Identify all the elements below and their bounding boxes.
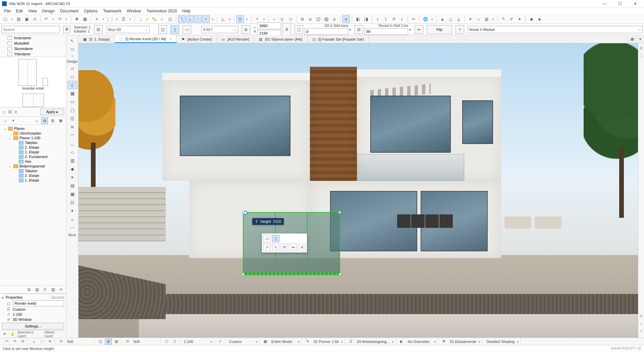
door-preview-alt-icon[interactable] xyxy=(22,94,44,107)
search-input[interactable] xyxy=(1,26,60,33)
link-dims-button[interactable]: ⇵ xyxy=(282,23,291,36)
menu-help[interactable]: Help xyxy=(179,9,193,13)
mesh-tool-icon[interactable]: ▩ xyxy=(68,190,77,198)
dropdown-icon[interactable]: ▾ xyxy=(145,18,150,21)
tab-layout-a10[interactable]: ▭[A10 Render] xyxy=(217,35,254,43)
lamp-tool-icon[interactable]: ✦ xyxy=(68,207,77,215)
morph-tool-icon[interactable]: ◆ xyxy=(68,165,77,173)
bim-icon[interactable]: ▥ xyxy=(483,15,490,23)
grid-icon[interactable]: ▦ xyxy=(81,15,89,23)
nav-save-view-icon[interactable]: ▤ xyxy=(34,287,40,293)
ungroup-icon[interactable]: ⧈ xyxy=(307,15,314,23)
arc-icon[interactable]: ⤹ xyxy=(374,15,381,23)
dropdown-icon[interactable]: ▾ xyxy=(128,18,132,21)
home-icon[interactable]: ⌂ xyxy=(475,15,482,23)
bulb-icon[interactable]: 💡 xyxy=(10,332,15,337)
tab-3d[interactable]: ⬚[I] Render kveld [3D / All]× xyxy=(115,35,177,43)
view-name-input[interactable] xyxy=(13,300,64,306)
group-icon[interactable]: ⧉ xyxy=(299,15,306,23)
dropdown-icon[interactable]: ▾ xyxy=(114,18,119,21)
nav-clone-icon[interactable]: ⎘ xyxy=(42,287,48,293)
render-icon[interactable]: ☀ xyxy=(467,15,474,23)
sill-input[interactable] xyxy=(305,28,348,35)
slab-tool-icon[interactable]: ▢ xyxy=(68,106,77,114)
pet-move-icon[interactable]: ▭ xyxy=(263,235,271,242)
measure-icon[interactable]: ⟂ xyxy=(137,15,144,23)
geometry-mode-3[interactable]: ▭ xyxy=(182,25,191,34)
wall-tool-icon[interactable]: ▱ xyxy=(68,64,77,72)
navigator-tree[interactable]: ⌄Planer Utomhusplan ⌄Planer 1:100 Takpla… xyxy=(0,125,66,286)
nav-layout-button[interactable]: ▥ xyxy=(49,117,56,124)
marquee-tool-icon[interactable]: ▭ xyxy=(68,45,77,53)
geometry-mode-2[interactable]: ▯ xyxy=(170,25,179,34)
maximize-button[interactable]: ☐ xyxy=(613,0,627,7)
tab-elevation[interactable]: ◫[I] Fasade Sør [Fasade Sør] xyxy=(308,35,369,43)
shell-tool-icon[interactable]: ◡ xyxy=(68,140,77,148)
eye-icon[interactable]: 👁 xyxy=(2,332,8,337)
menu-window[interactable]: Window xyxy=(124,9,144,13)
dropdown-icon[interactable]: ▾ xyxy=(262,18,266,21)
nav-pub-button[interactable]: ▦ xyxy=(57,117,64,124)
tab-actioncenter[interactable]: ⚑[Action Center] xyxy=(177,35,217,43)
trace-icon[interactable]: ◫ xyxy=(166,15,174,23)
autogroup-icon[interactable]: ⧆ xyxy=(342,15,350,23)
save-icon[interactable]: ▣ xyxy=(23,15,30,23)
library-folder[interactable]: Innerdører xyxy=(0,35,66,41)
element-snap-icon[interactable]: ⊡ xyxy=(236,15,244,23)
nav-dropdown-button[interactable]: ▾ xyxy=(10,117,17,124)
menu-options[interactable]: Options xyxy=(81,9,100,13)
dropdown-icon[interactable]: ▾ xyxy=(245,18,249,21)
width-input[interactable] xyxy=(258,22,281,29)
trim-icon[interactable]: ✂ xyxy=(410,15,417,23)
guideline-perp-icon[interactable]: ⊥ xyxy=(186,15,194,23)
door-preview-small-icon[interactable] xyxy=(43,78,48,86)
ruler-icon[interactable]: 📏 xyxy=(150,15,158,23)
reveal-icon-button[interactable]: ⊟ xyxy=(355,25,363,34)
pet-op5-icon[interactable]: ⤨ xyxy=(298,244,306,251)
corner-icon[interactable]: ⌐ xyxy=(271,15,278,23)
more-tool-icon[interactable]: ⋯ xyxy=(68,223,77,232)
tab-overview-button[interactable]: ▦ xyxy=(628,35,636,43)
nav-delete-icon[interactable]: ✕ xyxy=(58,287,64,293)
tree-item[interactable]: 2. Etasje xyxy=(0,173,66,178)
nav-view-button[interactable]: ▤ xyxy=(41,117,48,124)
qb-persp-icon[interactable]: ⬠ xyxy=(163,339,170,345)
suspend-icon[interactable]: ◇ xyxy=(287,15,294,23)
door-tool-icon[interactable]: ◻ xyxy=(68,72,77,81)
dropdown-icon[interactable]: ▾ xyxy=(51,18,55,21)
qb-axo-icon[interactable]: ⬡ xyxy=(171,339,178,345)
qb-cube-icon[interactable]: ⬚ xyxy=(39,339,45,345)
window-tool-icon[interactable]: ▯ xyxy=(68,81,77,89)
dropdown-icon[interactable]: ▾ xyxy=(64,18,69,21)
rail-pin-icon[interactable]: ◎ xyxy=(639,45,644,50)
energy2-icon[interactable]: △ xyxy=(447,15,454,23)
print-icon[interactable]: ⎙ xyxy=(31,15,38,23)
snap-point-icon[interactable]: ✓ xyxy=(202,15,210,23)
qb-refresh-icon[interactable]: ⟳ xyxy=(19,339,26,345)
column-tool-icon[interactable]: ▦ xyxy=(68,89,77,97)
object-tool-icon[interactable]: ✶ xyxy=(68,173,77,181)
apply-button[interactable]: Apply ▸ xyxy=(40,109,64,115)
tab-close-icon[interactable]: × xyxy=(169,37,171,41)
window-type-value[interactable]: 3D Window xyxy=(13,317,32,321)
pet-op3-icon[interactable]: ⟲ xyxy=(281,244,288,251)
tree-item[interactable]: 1. Etasje xyxy=(0,178,66,183)
library-folder[interactable]: Modulfelt xyxy=(0,41,66,46)
favorite-remove-icon[interactable]: ✕ xyxy=(14,109,18,115)
favorite-copy-icon[interactable]: ⧉ xyxy=(8,109,12,115)
view-settings-button[interactable]: Settings... xyxy=(2,323,64,330)
tree-item[interactable]: 2. Etasje xyxy=(0,145,66,150)
magic-icon[interactable]: ✦ xyxy=(516,15,523,23)
snap-guide-icon[interactable]: ⟋ xyxy=(194,15,202,23)
layer-combo[interactable]: V-017 xyxy=(201,26,238,33)
qb-home-icon[interactable]: ⌂ xyxy=(31,339,37,345)
pet-op4-icon[interactable]: ⇔ xyxy=(289,244,297,251)
search-settings-button[interactable]: ⚙ xyxy=(63,26,70,33)
camera-tool-icon[interactable]: ⌕ xyxy=(68,215,77,223)
show-sel-icon[interactable]: ◧ xyxy=(354,15,362,23)
menu-twinmotion[interactable]: Twinmotion 2020 xyxy=(144,9,180,13)
menu-view[interactable]: View xyxy=(25,9,40,13)
settings-icon[interactable]: ◆ xyxy=(528,15,535,23)
rail-nav-icon[interactable]: ⬚ xyxy=(639,53,644,57)
arrow-tool-icon[interactable]: ↖ xyxy=(68,37,77,45)
